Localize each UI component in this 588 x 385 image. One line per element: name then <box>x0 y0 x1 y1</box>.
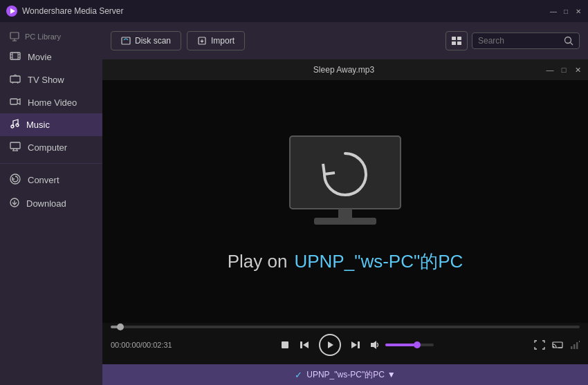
player-maximize-button[interactable]: □ <box>559 66 569 75</box>
playback-buttons <box>187 334 527 356</box>
player-minimize-button[interactable]: — <box>545 66 555 75</box>
movie-label: Movie <box>28 52 52 62</box>
signal-icon <box>570 341 580 349</box>
player-close-button[interactable]: ✕ <box>573 66 582 75</box>
svg-rect-2 <box>10 32 19 39</box>
signal-button[interactable] <box>570 341 580 349</box>
svg-marker-40 <box>328 341 333 348</box>
sidebar-item-music[interactable]: Music <box>0 113 102 136</box>
sidebar-item-home-video[interactable]: Home Video <box>0 91 102 113</box>
camera-svg <box>10 97 21 106</box>
play-on-device: UPNP_"ws-PC"的PC <box>294 250 463 274</box>
svg-rect-36 <box>314 218 376 225</box>
title-bar: Wondershare Media Server — □ ✕ <box>0 0 588 22</box>
volume-bar[interactable] <box>385 344 434 346</box>
download-icon <box>10 198 19 209</box>
svg-line-33 <box>571 43 573 46</box>
time-current: 00:00:00 <box>111 341 140 349</box>
computer-svg <box>10 142 21 151</box>
svg-rect-18 <box>10 142 20 149</box>
search-box <box>472 32 580 49</box>
sidebar-item-movie[interactable]: Movie <box>0 46 102 68</box>
sidebar-item-tv-show[interactable]: TV Show <box>0 68 102 91</box>
home-video-label: Home Video <box>28 97 77 108</box>
title-bar-left: Wondershare Media Server <box>6 5 124 17</box>
previous-button[interactable] <box>300 340 309 350</box>
svg-marker-41 <box>351 341 357 348</box>
svg-rect-39 <box>300 341 302 348</box>
search-input[interactable] <box>478 36 561 46</box>
play-on-label: Play on <box>228 251 288 272</box>
time-total: 00:02:31 <box>143 341 172 349</box>
player-title: Sleep Away.mp3 <box>143 65 545 75</box>
toolbar-left: Disk scan Import <box>111 31 245 50</box>
progress-bar[interactable] <box>111 326 580 328</box>
player-titlebar: Sleep Away.mp3 — □ ✕ <box>102 59 588 80</box>
volume-icon <box>370 340 381 350</box>
svg-rect-31 <box>457 41 461 45</box>
import-label: Import <box>211 36 235 46</box>
maximize-button[interactable]: □ <box>562 7 570 15</box>
tv-icon-container <box>276 129 414 233</box>
bottom-bar: ✓ UPNP_"ws-PC"的PC ▼ <box>102 364 588 385</box>
play-button[interactable] <box>319 334 341 356</box>
content-area: Disk scan Import <box>102 22 588 385</box>
volume-button[interactable] <box>370 340 381 350</box>
download-label: Download <box>26 198 66 209</box>
search-icon <box>564 36 573 46</box>
toolbar-right <box>445 31 580 50</box>
toolbar: Disk scan Import <box>102 22 588 59</box>
svg-rect-12 <box>10 76 20 82</box>
title-bar-controls: — □ ✕ <box>549 7 582 15</box>
import-icon <box>197 36 207 46</box>
minimize-button[interactable]: — <box>549 7 558 15</box>
player-window: Sleep Away.mp3 — □ ✕ <box>102 59 588 364</box>
svg-rect-30 <box>452 41 456 45</box>
bottom-dropdown-arrow: ▼ <box>387 370 396 379</box>
svg-point-22 <box>10 174 20 184</box>
grid-view-button[interactable] <box>445 31 468 50</box>
bottom-device-dropdown[interactable]: UPNP_"ws-PC"的PC ▼ <box>306 369 395 381</box>
pc-library-label: PC Library <box>0 28 102 46</box>
player-controls: 00:00:00/00:02:31 <box>102 323 588 364</box>
right-controls <box>534 340 580 350</box>
computer-label: Computer <box>28 142 67 153</box>
bottom-device-label: UPNP_"ws-PC"的PC <box>306 369 385 381</box>
controls-row: 00:00:00/00:02:31 <box>111 334 580 356</box>
svg-rect-42 <box>358 341 360 348</box>
sidebar-item-convert[interactable]: Convert <box>0 168 102 192</box>
player-body: Play on UPNP_"ws-PC"的PC <box>102 80 588 323</box>
tv-show-icon <box>10 74 21 86</box>
tv-show-label: TV Show <box>28 75 64 85</box>
close-button[interactable]: ✕ <box>574 7 582 15</box>
sidebar-item-download[interactable]: Download <box>0 192 102 215</box>
fullscreen-button[interactable] <box>534 340 545 350</box>
disk-scan-button[interactable]: Disk scan <box>111 31 181 50</box>
import-button[interactable]: Import <box>187 31 245 50</box>
play-icon <box>325 340 335 350</box>
bottom-device-check-icon: ✓ <box>295 370 302 380</box>
next-button[interactable] <box>351 340 360 350</box>
music-icon <box>10 119 19 131</box>
time-display: 00:00:00/00:02:31 <box>111 341 180 349</box>
svg-rect-15 <box>10 99 17 104</box>
sidebar-divider <box>0 163 102 164</box>
svg-rect-35 <box>338 209 352 219</box>
sidebar-item-computer[interactable]: Computer <box>0 136 102 159</box>
pc-library-icon <box>10 32 19 41</box>
bottom-bar-content: ✓ UPNP_"ws-PC"的PC ▼ <box>295 369 395 381</box>
svg-rect-28 <box>452 37 456 40</box>
svg-rect-29 <box>457 37 461 40</box>
stop-button[interactable] <box>280 340 290 350</box>
disk-scan-icon <box>121 36 131 46</box>
svg-point-16 <box>11 125 14 128</box>
cast-icon <box>552 340 563 350</box>
cast-button[interactable] <box>552 340 563 350</box>
computer-icon <box>10 142 21 153</box>
convert-svg <box>10 173 21 185</box>
tv-display-icon <box>276 129 414 233</box>
movie-icon <box>10 51 21 63</box>
previous-icon <box>300 340 309 350</box>
svg-rect-46 <box>571 346 573 349</box>
main-layout: PC Library Movie <box>0 22 588 385</box>
